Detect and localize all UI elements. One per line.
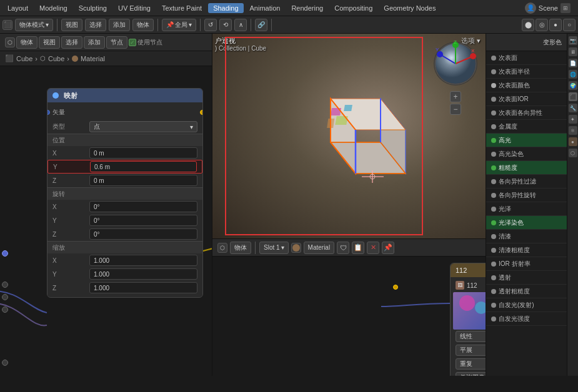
material-icon[interactable]: ● — [569, 137, 577, 146]
flat-dropdown[interactable]: 平展 ▾ — [456, 345, 486, 356]
pos-y-input[interactable]: 0.6 m — [90, 161, 197, 172]
menu-layout[interactable]: Layout — [2, 3, 33, 13]
shader-object-btn[interactable]: 物体 — [230, 242, 251, 254]
scene-icon[interactable]: 🌐 — [569, 70, 577, 79]
shield-icon[interactable]: 🛡 — [337, 242, 349, 254]
select-menu[interactable]: 选择 — [85, 19, 106, 31]
mapping-node-header: 映射 — [47, 89, 202, 102]
scale-header[interactable]: 缩放 — [47, 241, 202, 253]
menu-rendering[interactable]: Rendering — [286, 3, 328, 13]
snap-icon[interactable]: 🔗 — [255, 19, 267, 31]
pos-x-input[interactable]: 0 m — [89, 147, 197, 159]
shader-editor-icon[interactable]: ⬡ — [217, 243, 227, 253]
shader-sep1 — [255, 242, 256, 254]
cube-icon[interactable]: ⬛ — [2, 20, 12, 30]
prop-dot — [491, 97, 496, 102]
left-socket-3 — [2, 294, 8, 300]
stretch-dropdown[interactable]: 单张图像 ▾ — [456, 372, 486, 376]
object-menu[interactable]: 物体 — [132, 19, 154, 31]
data-icon[interactable]: ⬡ — [569, 149, 577, 157]
render-icon[interactable]: 📷 — [569, 36, 577, 45]
menu-geometry-nodes[interactable]: Geometry Nodes — [379, 3, 441, 13]
output-yellow-socket — [393, 285, 398, 290]
rot-y-input[interactable]: 0° — [89, 215, 197, 226]
user-icon[interactable]: 👤 — [525, 2, 536, 14]
object-props-icon[interactable]: ⬛ — [569, 92, 577, 101]
object-type-btn[interactable]: 物体 — [16, 36, 37, 49]
vector-input-socket — [47, 110, 50, 115]
menu-shading[interactable]: Shading — [208, 3, 243, 13]
scale-x-input[interactable]: 1.000 — [89, 255, 197, 266]
separator5 — [271, 19, 272, 31]
global-select[interactable]: 📌 全局 ▾ — [162, 19, 196, 31]
slot-select[interactable]: Slot 1 ▾ — [259, 242, 289, 254]
shader-nodes-canvas[interactable]: 112 🛡 📋 ✕ 🖼 112 🛡 — [212, 257, 486, 376]
mode-select[interactable]: 物体模式 ▾ — [15, 19, 53, 31]
repeat-row: 重复 ▾ — [453, 357, 486, 371]
scale-y-input[interactable]: 1.000 — [89, 268, 197, 280]
node-editor-canvas[interactable]: 映射 矢量 类型 点 ▾ — [0, 66, 212, 376]
scale-z-input[interactable]: 1.000 — [89, 282, 197, 293]
menu-animation[interactable]: Animation — [245, 3, 286, 13]
material-select[interactable]: Material — [304, 242, 335, 254]
navigation-gizmo[interactable]: X Y Z + − — [431, 39, 481, 115]
view-btn[interactable]: 视图 — [39, 36, 60, 49]
window-control[interactable]: ⊞ — [561, 3, 571, 13]
menu-sculpting[interactable]: Sculpting — [74, 3, 112, 13]
menu-compositing[interactable]: Compositing — [329, 3, 377, 13]
modifier-icon[interactable]: 🔧 — [569, 104, 577, 112]
material-icon-btn[interactable] — [291, 243, 301, 253]
transform-icon1[interactable]: ↺ — [204, 19, 217, 31]
transform-icon2[interactable]: ⟲ — [219, 19, 232, 31]
prop-dot — [491, 56, 496, 61]
dropdown-arrow: ▾ — [46, 21, 49, 28]
linear-dropdown[interactable]: 线性 ▾ — [456, 331, 486, 342]
svg-point-20 — [470, 53, 476, 59]
render-mode-wire[interactable]: ○ — [563, 19, 576, 31]
breadcrumb-cube2[interactable]: Cube — [48, 55, 64, 62]
pin-material-btn[interactable]: 📌 — [382, 242, 394, 254]
transform-icon3[interactable]: ∧ — [234, 19, 247, 31]
vector-output-socket — [200, 110, 203, 115]
type-dropdown[interactable]: 点 ▾ — [89, 121, 197, 132]
position-header[interactable]: 位置 — [47, 134, 202, 146]
delete-material-btn[interactable]: ✕ — [367, 242, 379, 254]
node-editor-icon[interactable]: ⬡ — [5, 37, 15, 47]
zoom-in-btn[interactable]: + — [450, 91, 461, 102]
pos-z-input[interactable]: 0 m — [89, 175, 197, 186]
vector-row: 矢量 — [47, 105, 202, 120]
add-menu[interactable]: 添加 — [109, 19, 130, 31]
add-btn[interactable]: 添加 — [84, 36, 105, 49]
use-nodes-checkbox[interactable]: ✓ 使用节点 — [129, 38, 162, 47]
material-dot — [292, 244, 300, 252]
render-mode-material[interactable]: ◎ — [536, 19, 548, 31]
physics-icon[interactable]: ⚛ — [569, 126, 577, 135]
render-mode-rendered[interactable]: ● — [549, 19, 562, 31]
menu-uv-editing[interactable]: UV Editing — [113, 3, 156, 13]
viewport-3d[interactable]: 户透视 ) Collection | Cube 选项 ▾ — [212, 34, 486, 238]
rotation-header[interactable]: 旋转 — [47, 187, 202, 200]
select-btn[interactable]: 选择 — [61, 36, 82, 49]
dropdown-arrow2: ▾ — [189, 21, 192, 28]
prop-emission-strength: 自发光强度 — [486, 312, 567, 326]
render-mode-solid[interactable]: ⬤ — [522, 19, 534, 31]
view-layer-icon[interactable]: 📄 — [569, 59, 577, 67]
repeat-dropdown[interactable]: 重复 ▾ — [456, 358, 486, 370]
scale-y-row: Y 1.000 — [47, 267, 202, 281]
particles-icon[interactable]: ✦ — [569, 115, 577, 124]
rot-z-input[interactable]: 0° — [89, 228, 197, 240]
breadcrumb-cube1[interactable]: Cube — [16, 55, 32, 62]
view-menu[interactable]: 视图 — [61, 19, 82, 31]
menu-texture-paint[interactable]: Texture Paint — [157, 3, 207, 13]
output-icon[interactable]: 🖥 — [569, 47, 577, 56]
copy-material-btn[interactable]: 📋 — [352, 242, 364, 254]
breadcrumb-material[interactable]: Material — [81, 55, 105, 62]
scale-z-row: Z 1.000 — [47, 281, 202, 295]
rot-x-input[interactable]: 0° — [89, 201, 197, 212]
zoom-out-btn[interactable]: − — [450, 104, 461, 115]
nodes-btn[interactable]: 节点 — [106, 36, 127, 49]
svg-text:Z: Z — [454, 39, 457, 45]
menu-modeling[interactable]: Modeling — [34, 3, 72, 13]
prop-dot — [491, 275, 496, 280]
world-icon[interactable]: 🌍 — [569, 81, 577, 90]
